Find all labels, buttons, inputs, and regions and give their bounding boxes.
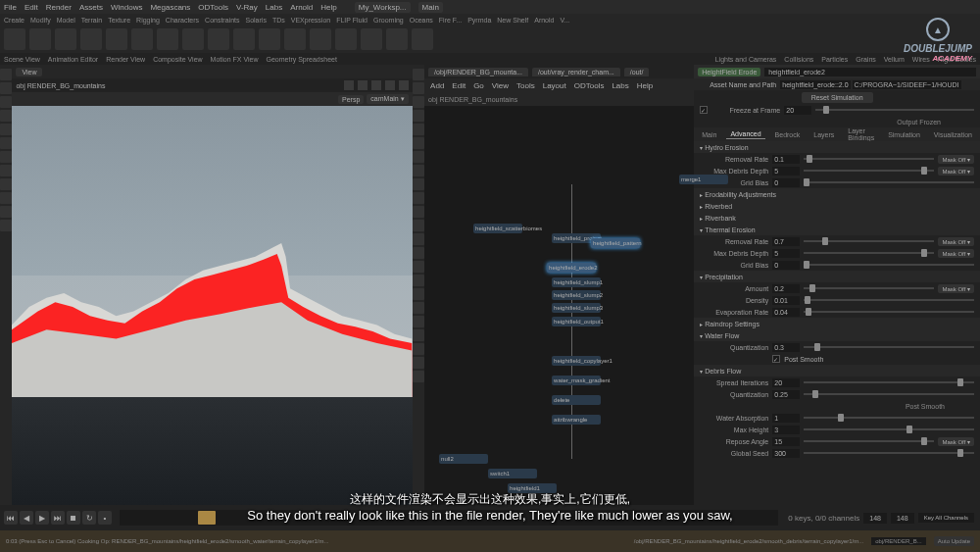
shelf-tool-icon[interactable] <box>131 28 153 50</box>
shelf-tab[interactable]: Arnold <box>534 17 554 24</box>
timeline-playhead[interactable] <box>198 511 216 525</box>
param-slider[interactable] <box>804 181 974 183</box>
network-node[interactable]: switch1 <box>488 469 537 478</box>
network-canvas[interactable]: merge1heightfield_scatterbiomesheightfie… <box>424 106 694 511</box>
menu-render[interactable]: Render <box>46 3 72 12</box>
mask-dropdown[interactable]: Mask Off ▾ <box>938 155 974 164</box>
param-slider[interactable] <box>804 417 974 419</box>
network-node[interactable]: merge1 <box>679 175 728 184</box>
current-frame-field[interactable]: 148 <box>863 513 887 524</box>
mask-dropdown[interactable]: Mask Off ▾ <box>938 437 974 446</box>
tool-icon[interactable] <box>0 192 12 204</box>
freeze-checkbox[interactable] <box>700 106 708 114</box>
shelf-tool-icon[interactable] <box>55 28 76 50</box>
network-node[interactable]: heightfield_pattern <box>591 238 640 248</box>
display-option-icon[interactable] <box>413 96 424 108</box>
display-option-icon[interactable] <box>413 329 424 341</box>
shelf-tab[interactable]: Texture <box>108 17 130 24</box>
scale-tool-icon[interactable] <box>0 110 12 122</box>
viewport-tool-icon[interactable] <box>385 80 395 90</box>
net-menu-help[interactable]: Help <box>637 81 653 90</box>
param-tab-visualization[interactable]: Visualization <box>930 130 976 139</box>
tool-icon[interactable] <box>0 178 12 190</box>
param-value-field[interactable]: 3 <box>772 426 800 434</box>
display-option-icon[interactable] <box>413 165 424 176</box>
pane-tab[interactable]: Scene View <box>4 56 40 63</box>
param-value-field[interactable]: 0.7 <box>772 237 800 246</box>
menu-megascans[interactable]: Megascans <box>150 3 190 12</box>
network-node[interactable]: heightfield_slump1 <box>552 277 601 287</box>
tool-icon[interactable] <box>0 165 12 176</box>
shelf-tool-icon[interactable] <box>335 28 357 50</box>
key-all-button[interactable]: Key All Channels <box>918 513 974 523</box>
viewport-tool-icon[interactable] <box>344 80 354 90</box>
param-value-field[interactable]: 0.25 <box>772 390 800 399</box>
param-tab-main[interactable]: Main <box>698 130 720 139</box>
freeze-value[interactable]: 20 <box>784 106 811 115</box>
display-option-icon[interactable] <box>413 137 424 149</box>
menu-edit[interactable]: Edit <box>24 3 38 12</box>
menu-help[interactable]: Help <box>320 3 336 12</box>
network-node[interactable]: attribwrangle <box>552 415 601 425</box>
shelf-tool-icon[interactable] <box>182 28 204 50</box>
param-value-field[interactable]: 5 <box>772 167 800 176</box>
param-slider[interactable] <box>804 240 934 242</box>
section-debris[interactable]: Debris Flow <box>694 365 980 376</box>
param-value-field[interactable]: 0.3 <box>772 343 800 352</box>
play-forward-button[interactable]: ▶ <box>35 511 49 525</box>
shelf-tab[interactable]: FLIP Fluid <box>336 17 368 24</box>
mask-dropdown[interactable]: Mask Off ▾ <box>938 284 974 293</box>
display-option-icon[interactable] <box>413 371 424 382</box>
param-tab-bindings[interactable]: Layer Bindings <box>844 126 878 142</box>
display-option-icon[interactable] <box>413 302 424 314</box>
shelf-tab[interactable]: V... <box>560 17 569 24</box>
display-option-icon[interactable] <box>413 316 424 327</box>
shelf-tool-icon[interactable] <box>386 28 408 50</box>
display-option-icon[interactable] <box>413 247 424 259</box>
section-hydro[interactable]: Hydro Erosion <box>694 141 980 153</box>
shelf-tab[interactable]: Grooming <box>373 17 404 24</box>
net-menu-tools[interactable]: Tools <box>516 81 535 90</box>
param-value-field[interactable]: 0.04 <box>772 308 800 317</box>
mask-dropdown[interactable]: Mask Off ▾ <box>938 237 974 246</box>
shelf-tool-icon[interactable] <box>208 28 229 50</box>
display-option-icon[interactable] <box>413 178 424 190</box>
display-option-icon[interactable] <box>413 275 424 286</box>
menu-vray[interactable]: V-Ray <box>236 3 258 12</box>
viewport-tool-icon[interactable] <box>371 80 381 90</box>
mask-dropdown[interactable]: Mask Off ▾ <box>938 249 974 258</box>
shelf-tool-icon[interactable] <box>233 28 255 50</box>
shelf-tool-icon[interactable] <box>80 28 102 50</box>
network-node[interactable]: heightfield_slump3 <box>552 303 601 313</box>
3d-viewport[interactable] <box>12 106 412 511</box>
net-menu-labs[interactable]: Labs <box>612 81 628 90</box>
pane-tab[interactable]: Particles <box>821 56 848 63</box>
loop-button[interactable]: ↻ <box>82 511 96 525</box>
pane-selector[interactable]: Main <box>418 2 443 13</box>
section-precip[interactable]: Precipitation <box>694 271 980 282</box>
param-slider[interactable] <box>804 287 934 289</box>
play-backward-button[interactable]: ◀ <box>20 511 33 525</box>
shelf-tool-icon[interactable] <box>4 28 25 50</box>
param-tab-simulation[interactable]: Simulation <box>884 130 924 139</box>
mask-dropdown[interactable]: Mask Off ▾ <box>938 167 974 176</box>
desktop-selector[interactable]: My_Worksp... <box>355 2 411 13</box>
network-node[interactable]: water_mask_gradient <box>552 376 601 385</box>
status-path-field[interactable]: obj/RENDER_B... <box>871 537 925 545</box>
network-node[interactable]: heightfield_slump2 <box>552 290 601 300</box>
section-waterflow[interactable]: Water Flow <box>694 329 980 341</box>
tool-icon[interactable] <box>0 137 12 149</box>
shelf-tab[interactable]: Terrain <box>81 17 102 24</box>
pane-tab[interactable]: Grains <box>856 56 876 63</box>
pane-tab[interactable]: Animation Editor <box>48 56 98 63</box>
param-value-field[interactable]: 20 <box>772 378 800 387</box>
select-tool-icon[interactable] <box>0 69 12 80</box>
pane-tab[interactable]: Geometry Spreadsheet <box>267 56 337 63</box>
display-option-icon[interactable] <box>413 220 424 231</box>
tool-icon[interactable] <box>0 220 12 231</box>
param-value-field[interactable]: 1 <box>772 414 800 423</box>
network-node[interactable]: null2 <box>439 454 488 464</box>
shelf-tab[interactable]: TDs <box>272 17 285 24</box>
network-node[interactable]: heightfield_output1 <box>552 317 601 326</box>
shelf-tab[interactable]: Oceans <box>410 17 433 24</box>
